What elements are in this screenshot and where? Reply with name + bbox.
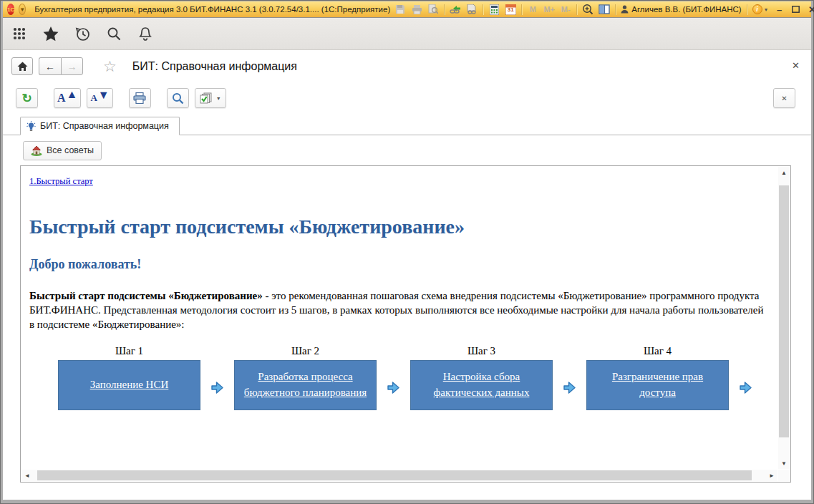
separator [747, 4, 747, 15]
favorites-star-icon[interactable] [43, 26, 59, 42]
vertical-scroll-thumb[interactable] [779, 185, 789, 437]
vertical-scrollbar[interactable]: ▲ ▼ [778, 167, 790, 469]
horizontal-scrollbar[interactable]: ◄ ► [21, 470, 777, 481]
forward-button[interactable]: → [61, 57, 83, 75]
info-icon: i [752, 4, 762, 14]
down-arrow-glyph: ▼ [98, 89, 110, 102]
font-decrease-button[interactable]: A▼ [87, 88, 112, 108]
separator [576, 4, 577, 15]
memory-subtract-button[interactable]: M- [560, 4, 571, 16]
help-document: 1.Быстрый старт Быстрый старт подсистемы… [21, 166, 778, 470]
close-form-button[interactable]: ✕ [792, 60, 800, 71]
calculator-icon[interactable] [488, 4, 500, 16]
chevron-down-icon: ▼ [216, 96, 221, 101]
application-window: 1С ▼ Бухгалтерия предприятия, редакция 3… [0, 0, 814, 504]
scroll-right-arrow[interactable]: ► [766, 470, 777, 481]
user-menu[interactable]: Агличев В.В. (БИТ.ФИНАНС) [621, 4, 741, 16]
refresh-button[interactable]: ↻ [16, 88, 38, 108]
find-icon [172, 92, 184, 105]
go-to-link-icon[interactable] [450, 4, 461, 16]
maximize-button[interactable] [790, 4, 802, 16]
pages-menu-button[interactable]: ▼ [195, 88, 226, 108]
title-bar: 1С ▼ Бухгалтерия предприятия, редакция 3… [3, 1, 811, 18]
memory-recall-button[interactable]: M [527, 4, 538, 16]
zoom-icon[interactable] [582, 4, 593, 16]
toc-link-quick-start[interactable]: 1.Быстрый старт [29, 176, 93, 187]
save-icon[interactable] [394, 4, 406, 16]
scroll-down-arrow[interactable]: ▼ [778, 457, 790, 469]
step-4-label: Шаг 4 [644, 345, 672, 357]
separator [615, 4, 616, 15]
printer-icon [133, 92, 146, 104]
help-content-panel: 1.Быстрый старт Быстрый старт подсистемы… [20, 165, 791, 483]
memory-add-button[interactable]: M+ [543, 4, 555, 16]
split-window-icon[interactable] [599, 4, 610, 16]
step-1-box[interactable]: Заполнение НСИ [58, 360, 200, 410]
print-preview-icon[interactable] [427, 4, 439, 16]
close-icon: ✕ [781, 94, 787, 102]
house-icon [31, 145, 42, 156]
get-link-icon[interactable] [466, 4, 478, 16]
page-title: БИТ: Справочная информация [132, 60, 297, 73]
steps-flow: Шаг 1 Заполнение НСИ Шаг 2 Разработка пр… [58, 345, 778, 410]
print-button[interactable] [129, 88, 151, 108]
step-2-box[interactable]: Разработка процесса бюджетного планирова… [234, 360, 377, 410]
app-body: ← → ☆ БИТ: Справочная информация ✕ ↻ A▲ … [3, 18, 811, 500]
find-button[interactable] [167, 88, 189, 108]
tips-row: Все советы [3, 135, 811, 165]
system-menu-button[interactable]: ▼ [19, 4, 26, 15]
intro-paragraph: Быстрый старт подсистемы «Бюджетирование… [29, 289, 770, 332]
history-nav-group: ← → [39, 57, 83, 75]
notifications-bell-icon[interactable] [137, 26, 153, 42]
font-increase-icon: A [57, 92, 66, 105]
close-panel-button[interactable]: ✕ [773, 88, 795, 108]
flow-arrow-icon [740, 381, 752, 394]
refresh-icon: ↻ [21, 91, 32, 106]
close-window-button[interactable]: ✕ [807, 4, 814, 16]
flow-arrow-icon [563, 381, 576, 394]
step-4-box[interactable]: Разграничение прав доступа [586, 360, 729, 410]
step-1-link[interactable]: Заполнение НСИ [90, 377, 169, 393]
print-icon[interactable] [411, 4, 422, 16]
scroll-left-arrow[interactable]: ◄ [21, 470, 33, 481]
step-1: Шаг 1 Заполнение НСИ [58, 345, 200, 410]
window-title: Бухгалтерия предприятия, редакция 3.0 БИ… [34, 5, 390, 14]
minimize-button[interactable]: – [774, 4, 785, 16]
pages-check-icon [200, 92, 212, 104]
all-tips-button[interactable]: Все советы [23, 141, 102, 160]
tab-help-info[interactable]: БИТ: Справочная информация [20, 117, 180, 135]
tab-label: БИТ: Справочная информация [40, 121, 169, 131]
calendar-day-label: 31 [505, 6, 516, 13]
home-button[interactable] [11, 57, 33, 75]
scroll-up-arrow[interactable]: ▲ [778, 167, 790, 178]
add-to-favorites-star-icon[interactable]: ☆ [103, 58, 117, 75]
tab-strip: БИТ: Справочная информация [3, 114, 811, 135]
step-2-link[interactable]: Разработка процесса бюджетного планирова… [242, 369, 369, 401]
step-2-label: Шаг 2 [291, 345, 319, 357]
step-4-link[interactable]: Разграничение прав доступа [594, 369, 721, 401]
all-tips-label: Все советы [47, 145, 94, 155]
document-title: Быстрый старт подсистемы «Бюджетирование… [29, 215, 778, 238]
step-3-box[interactable]: Настройка сбора фактических данных [410, 360, 553, 410]
font-decrease-icon: A [90, 92, 97, 104]
command-bar: ↻ A▲ A▼ ▼ ✕ [3, 82, 811, 114]
scrollbar-corner [778, 470, 790, 481]
separator [483, 4, 483, 15]
calendar-icon[interactable]: 31 [505, 4, 516, 16]
step-3-link[interactable]: Настройка сбора фактических данных [418, 369, 545, 401]
info-menu-button[interactable]: i ▼ [752, 4, 769, 16]
history-icon[interactable] [74, 26, 90, 42]
search-icon[interactable] [106, 26, 122, 42]
up-arrow-glyph: ▲ [67, 88, 78, 101]
lightbulb-icon [26, 121, 36, 132]
main-menu-grid-icon[interactable] [11, 26, 27, 42]
font-increase-button[interactable]: A▲ [54, 88, 81, 108]
user-name-label: Агличев В.В. (БИТ.ФИНАНС) [631, 5, 741, 14]
titlebar-actions: 31 M M+ M- Агличев В.В. (БИТ.ФИНАНС) i ▼ [394, 4, 814, 16]
step-2: Шаг 2 Разработка процесса бюджетного пла… [234, 345, 377, 410]
step-4: Шаг 4 Разграничение прав доступа [586, 345, 729, 410]
step-3: Шаг 3 Настройка сбора фактических данных [410, 345, 553, 410]
back-button[interactable]: ← [39, 57, 61, 75]
horizontal-scroll-thumb[interactable] [37, 470, 752, 480]
separator [444, 4, 445, 15]
